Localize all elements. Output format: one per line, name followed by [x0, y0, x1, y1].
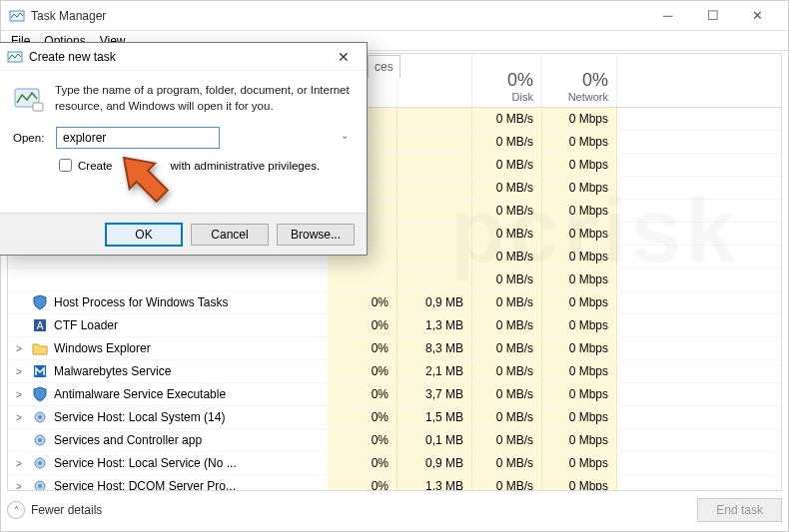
dialog-titlebar[interactable]: Create new task ✕: [0, 43, 367, 71]
process-icon: [32, 271, 48, 287]
cpu-cell: 0%: [328, 475, 397, 490]
memory-cell: [397, 200, 472, 222]
process-icon: [32, 455, 48, 471]
expand-icon[interactable]: >: [16, 481, 26, 491]
expand-icon[interactable]: >: [16, 343, 26, 354]
browse-button[interactable]: Browse...: [277, 224, 355, 246]
network-cell: 0 Mbps: [542, 406, 617, 428]
dialog-close-button[interactable]: ✕: [329, 44, 359, 70]
cpu-cell: 0%: [328, 314, 397, 336]
svg-point-7: [38, 438, 42, 442]
table-row[interactable]: >Service Host: Local System (14)0%1,5 MB…: [8, 406, 781, 429]
disk-cell: 0 MB/s: [472, 452, 542, 474]
cpu-cell: 0%: [328, 291, 397, 313]
expand-icon[interactable]: >: [16, 458, 26, 469]
expand-icon[interactable]: >: [16, 366, 26, 377]
process-name: Antimalware Service Executable: [54, 387, 226, 401]
minimize-button[interactable]: ─: [645, 2, 690, 30]
process-icon: [32, 409, 48, 425]
end-task-button[interactable]: End task: [697, 498, 782, 522]
memory-cell: [397, 268, 472, 290]
network-cell: 0 Mbps: [542, 154, 617, 176]
memory-cell: 1,5 MB: [397, 406, 472, 428]
memory-cell: 1,3 MB: [397, 314, 472, 336]
process-name: Service Host: Local System (14): [54, 410, 225, 424]
table-row[interactable]: Host Process for Windows Tasks0%0,9 MB0 …: [8, 291, 781, 314]
table-row[interactable]: >Malwarebytes Service0%2,1 MB0 MB/s0 Mbp…: [8, 360, 781, 383]
table-row[interactable]: >Antimalware Service Executable0%3,7 MB0…: [8, 383, 781, 406]
memory-cell: 3,7 MB: [397, 383, 472, 405]
network-cell: 0 Mbps: [542, 223, 617, 245]
disk-cell: 0 MB/s: [472, 406, 542, 428]
window-title: Task Manager: [31, 9, 645, 23]
ok-button[interactable]: OK: [105, 223, 183, 247]
svg-point-11: [38, 484, 42, 488]
disk-cell: 0 MB/s: [472, 154, 542, 176]
dropdown-icon[interactable]: ⌄: [341, 130, 349, 141]
cpu-cell: 0%: [328, 452, 397, 474]
maximize-button[interactable]: ☐: [690, 2, 735, 30]
cpu-cell: 0%: [328, 429, 397, 451]
disk-cell: 0 MB/s: [472, 200, 542, 222]
process-icon: A: [32, 317, 48, 333]
open-input[interactable]: [56, 127, 220, 149]
network-cell: 0 Mbps: [542, 246, 617, 267]
cancel-button[interactable]: Cancel: [191, 224, 269, 246]
memory-cell: [397, 223, 472, 245]
titlebar[interactable]: Task Manager ─ ☐ ✕: [1, 1, 788, 31]
col-memory[interactable]: [397, 54, 472, 107]
close-button[interactable]: ✕: [735, 2, 780, 30]
disk-cell: 0 MB/s: [472, 177, 542, 199]
disk-cell: 0 MB/s: [472, 268, 542, 290]
cpu-cell: 0%: [328, 406, 397, 428]
table-row[interactable]: 0 MB/s0 Mbps: [8, 268, 781, 291]
run-dialog-icon: [13, 83, 45, 115]
tab-fragment[interactable]: ces: [368, 55, 400, 78]
disk-cell: 0 MB/s: [472, 108, 542, 130]
svg-rect-14: [33, 103, 43, 111]
col-disk[interactable]: 0% Disk: [472, 54, 542, 107]
disk-cell: 0 MB/s: [472, 314, 542, 336]
run-icon: [7, 49, 23, 65]
network-cell: 0 Mbps: [542, 131, 617, 153]
memory-cell: [397, 131, 472, 153]
memory-cell: [397, 154, 472, 176]
cpu-cell: 0%: [328, 337, 397, 359]
table-row[interactable]: >Service Host: Local Service (No ...0%0,…: [8, 452, 781, 475]
disk-cell: 0 MB/s: [472, 383, 542, 405]
process-name: CTF Loader: [54, 318, 118, 332]
network-cell: 0 Mbps: [542, 314, 617, 336]
memory-cell: 0,1 MB: [397, 429, 472, 451]
memory-cell: [397, 246, 472, 267]
svg-point-9: [38, 461, 42, 465]
open-label: Open:: [13, 132, 48, 144]
process-name: Host Process for Windows Tasks: [54, 295, 229, 309]
network-cell: 0 Mbps: [542, 475, 617, 490]
disk-cell: 0 MB/s: [472, 360, 542, 382]
disk-cell: 0 MB/s: [472, 291, 542, 313]
table-row[interactable]: ACTF Loader0%1,3 MB0 MB/s0 Mbps: [8, 314, 781, 337]
expand-icon[interactable]: >: [16, 412, 26, 423]
disk-cell: 0 MB/s: [472, 131, 542, 153]
svg-point-5: [38, 415, 42, 419]
process-icon: [32, 363, 48, 379]
process-name: Services and Controller app: [54, 433, 202, 447]
memory-cell: [397, 177, 472, 199]
network-cell: 0 Mbps: [542, 360, 617, 382]
table-row[interactable]: Services and Controller app0%0,1 MB0 MB/…: [8, 429, 781, 452]
memory-cell: 0,9 MB: [397, 452, 472, 474]
table-row[interactable]: >Windows Explorer0%8,3 MB0 MB/s0 Mbps: [8, 337, 781, 360]
process-name: Service Host: DCOM Server Pro...: [54, 479, 236, 490]
network-cell: 0 Mbps: [542, 177, 617, 199]
disk-cell: 0 MB/s: [472, 246, 542, 267]
process-name: Malwarebytes Service: [54, 364, 171, 378]
network-cell: 0 Mbps: [542, 337, 617, 359]
admin-checkbox[interactable]: [59, 159, 72, 172]
table-row[interactable]: >Service Host: DCOM Server Pro...0%1,3 M…: [8, 475, 781, 490]
footer: ˄ Fewer details End task: [7, 495, 782, 525]
fewer-details-button[interactable]: ˄ Fewer details: [7, 501, 102, 519]
cpu-cell: 0%: [328, 383, 397, 405]
disk-cell: 0 MB/s: [472, 429, 542, 451]
col-network[interactable]: 0% Network: [542, 54, 617, 107]
expand-icon[interactable]: >: [16, 389, 26, 400]
